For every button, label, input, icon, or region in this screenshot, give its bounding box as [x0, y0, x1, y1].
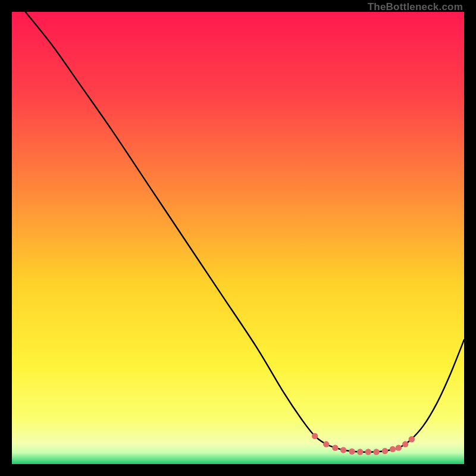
- valley-marker: [340, 447, 346, 453]
- valley-marker: [365, 449, 371, 455]
- watermark-label: TheBottleneck.com: [368, 1, 463, 13]
- chart-stage: TheBottleneck.com: [0, 0, 476, 476]
- valley-marker: [373, 449, 379, 455]
- valley-marker: [332, 444, 338, 450]
- valley-marker: [312, 433, 318, 439]
- valley-marker: [323, 441, 329, 447]
- gradient-background: [12, 12, 464, 464]
- valley-marker: [390, 446, 396, 452]
- valley-marker: [349, 449, 355, 455]
- valley-marker: [402, 441, 408, 447]
- chart-svg: [12, 12, 464, 464]
- valley-marker: [382, 448, 388, 454]
- plot-area: [12, 12, 464, 464]
- valley-marker: [396, 444, 402, 450]
- valley-marker: [409, 436, 415, 442]
- valley-marker: [357, 449, 363, 455]
